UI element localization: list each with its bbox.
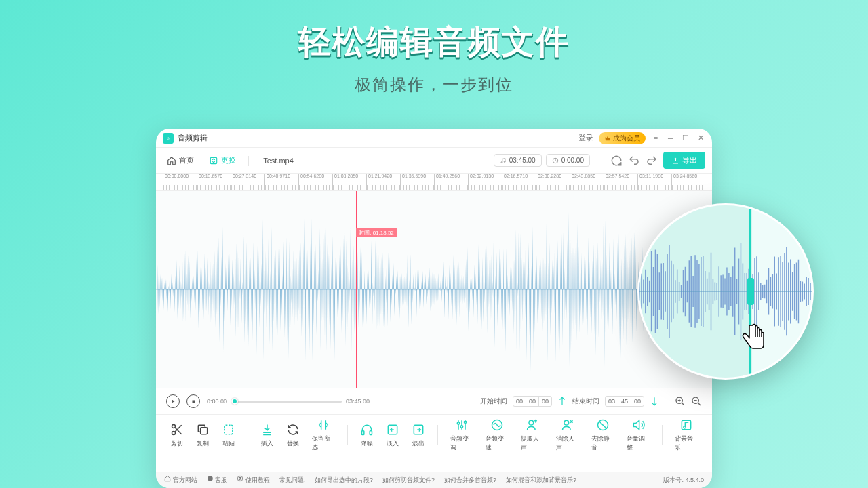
mark-start-icon[interactable]: [557, 396, 567, 406]
faq-label: 常见问题:: [279, 476, 306, 485]
undo-icon[interactable]: [628, 155, 640, 167]
waveform: [156, 191, 712, 388]
tool-speed[interactable]: 音频变速: [481, 415, 513, 455]
seek-thumb[interactable]: [231, 398, 238, 405]
svg-point-9: [172, 424, 176, 428]
fadeout-icon: [412, 423, 425, 436]
duration-cursor[interactable]: 0:00.00: [546, 154, 590, 167]
fadein-icon: [386, 423, 399, 436]
swap-button[interactable]: 更换: [205, 152, 240, 168]
close-button[interactable]: ✕: [696, 134, 705, 143]
tool-cut[interactable]: 剪切: [166, 420, 188, 451]
tool-pitch[interactable]: 音频变调: [446, 415, 477, 455]
home-small-icon: [164, 475, 171, 482]
tool-remove-voice[interactable]: 消除人声: [552, 415, 583, 455]
start-time-input[interactable]: 00 00 00: [513, 396, 552, 407]
zoom-out-icon[interactable]: [691, 396, 702, 407]
insert-icon: [260, 423, 274, 436]
faq-q2[interactable]: 如何剪切音频文件?: [382, 476, 435, 485]
minimize-button[interactable]: ─: [666, 134, 675, 143]
svg-point-25: [684, 426, 686, 428]
footer-tutorial[interactable]: ? 使用教程: [237, 475, 270, 485]
footer: 官方网站 客服 ? 使用教程 常见问题: 如何导出选中的片段? 如何剪切音频文件…: [156, 472, 712, 488]
seek-end-time: 03:45.00: [346, 398, 370, 405]
maximize-button[interactable]: ☐: [681, 134, 690, 143]
toolbar: 首页 更换 | Test.mp4 03:45.00 0:00.00 导出: [156, 148, 712, 174]
waveform-area[interactable]: 时间: 01:18.52: [156, 191, 712, 388]
bgm-icon: [679, 418, 693, 432]
duration-selection[interactable]: 03:45.00: [494, 154, 542, 167]
stop-icon: [191, 399, 196, 404]
svg-rect-24: [682, 420, 690, 429]
headphones-icon: [360, 423, 374, 436]
playback-bar: 0:00.00 03:45.00 开始时间 00 00 00 结束时间 03 4…: [156, 388, 712, 415]
magnifier-waveform: [639, 205, 812, 378]
wave-icon: [490, 418, 504, 432]
upload-icon: [671, 157, 679, 165]
time-ruler[interactable]: 00:00.000000:13.657000:27.314000:40.9710…: [156, 174, 712, 191]
tool-remove-silence[interactable]: 去除静音: [587, 415, 618, 455]
paste-icon: [222, 423, 235, 436]
magnifier-overlay: [637, 203, 814, 380]
home-button[interactable]: 首页: [163, 152, 198, 168]
tool-fadein[interactable]: 淡入: [382, 420, 403, 451]
svg-point-18: [460, 426, 462, 428]
svg-point-10: [172, 431, 176, 434]
copy-icon: [196, 423, 210, 436]
app-icon: ♪: [163, 133, 174, 144]
faq-q3[interactable]: 如何合并多首音频?: [444, 476, 496, 485]
footer-support[interactable]: 客服: [207, 475, 228, 485]
redo2-icon[interactable]: [646, 155, 658, 167]
export-button[interactable]: 导出: [663, 152, 705, 169]
mute-icon: [596, 418, 610, 432]
home-icon: [167, 156, 176, 165]
support-icon: [207, 475, 214, 482]
vip-badge[interactable]: 成为会员: [599, 132, 646, 144]
stop-button[interactable]: [186, 394, 200, 408]
tool-volume[interactable]: 音量调整: [623, 415, 654, 455]
login-link[interactable]: 登录: [578, 133, 593, 143]
svg-point-17: [457, 422, 459, 424]
end-time-input[interactable]: 03 45 00: [605, 396, 644, 407]
tool-paste[interactable]: 粘贴: [218, 420, 239, 451]
seek-bar[interactable]: 0:00.00 03:45.00: [207, 398, 370, 405]
tool-extract-voice[interactable]: 提取人声: [517, 415, 548, 455]
tool-copy[interactable]: 复制: [192, 420, 214, 451]
svg-point-19: [464, 421, 466, 423]
faq-q4[interactable]: 如何混音和添加背景音乐?: [506, 476, 576, 485]
app-window: ♪ 音频剪辑 登录 成为会员 ≡ ─ ☐ ✕ 首页 更换 | Test.mp4: [156, 129, 712, 488]
crown-icon: [604, 135, 611, 142]
zoom-in-icon[interactable]: [675, 396, 686, 407]
tool-replace[interactable]: 替换: [282, 420, 304, 451]
playhead[interactable]: [356, 191, 357, 388]
volume-icon: [631, 418, 645, 432]
cursor-hand-icon: [736, 319, 770, 359]
magnifier-handle[interactable]: [747, 278, 754, 305]
redo-icon[interactable]: [610, 155, 623, 167]
faq-q1[interactable]: 如何导出选中的片段?: [315, 476, 373, 485]
tool-row: 剪切 复制 粘贴 插入 替换 保留所选 降噪 淡入 淡出 音频变调 音频变速 提…: [156, 415, 712, 455]
hero-title: 轻松编辑音频文件: [0, 20, 868, 64]
play-button[interactable]: [166, 394, 180, 408]
tool-insert[interactable]: 插入: [256, 420, 278, 451]
filename: Test.mp4: [263, 157, 294, 165]
keep-icon: [317, 418, 330, 432]
menu-icon[interactable]: ≡: [651, 134, 660, 143]
seek-start-time: 0:00.00: [207, 398, 227, 405]
svg-point-22: [564, 420, 569, 425]
svg-rect-13: [361, 430, 363, 434]
tool-denoise[interactable]: 降噪: [356, 420, 378, 451]
svg-rect-11: [201, 427, 208, 434]
tool-keep[interactable]: 保留所选: [308, 415, 339, 455]
svg-point-2: [504, 161, 505, 162]
tool-fadeout[interactable]: 淡出: [408, 420, 429, 451]
help-icon: ?: [237, 475, 243, 482]
svg-rect-4: [673, 163, 678, 164]
tool-bgm[interactable]: 背景音乐: [671, 415, 702, 455]
svg-point-26: [208, 476, 213, 481]
scissors-icon: [170, 423, 184, 436]
footer-site[interactable]: 官方网站: [164, 475, 197, 485]
mark-end-icon[interactable]: [650, 396, 659, 406]
end-time-label: 结束时间: [572, 396, 599, 406]
version: 版本号: 4.5.4.0: [663, 476, 704, 485]
